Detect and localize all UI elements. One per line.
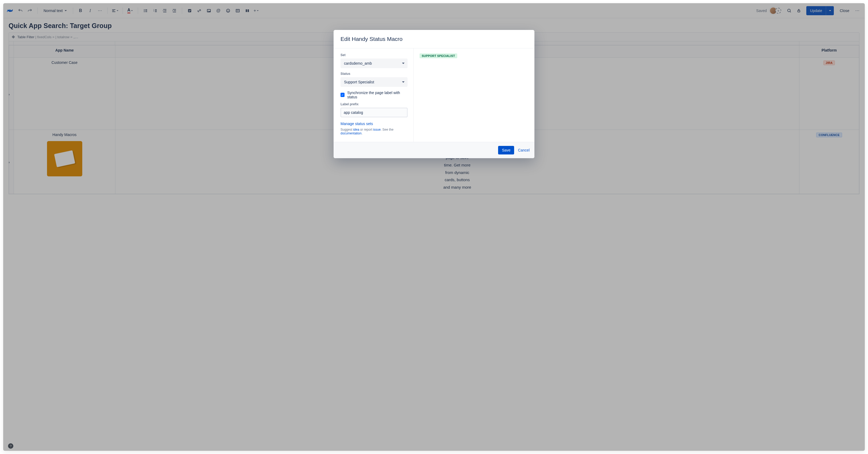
status-select[interactable]: Support Specialist bbox=[341, 77, 408, 87]
suggest-line: Suggest idea or report issue. See the do… bbox=[341, 128, 408, 135]
modal-preview-panel: SUPPORT SPECIALIST bbox=[414, 49, 534, 142]
modal-footer: Save Cancel bbox=[334, 142, 534, 158]
cancel-button[interactable]: Cancel bbox=[518, 148, 530, 152]
prefix-input[interactable] bbox=[341, 108, 408, 117]
manage-status-sets-link[interactable]: Manage status sets bbox=[341, 122, 373, 126]
sync-checkbox[interactable]: ✓ bbox=[341, 93, 344, 97]
modal-form-panel: Set cardsdemo_amb Status Support Special… bbox=[334, 49, 414, 142]
set-label: Set bbox=[341, 53, 408, 57]
set-select[interactable]: cardsdemo_amb bbox=[341, 59, 408, 68]
modal-title: Edit Handy Status Macro bbox=[341, 36, 527, 42]
preview-status-badge: SUPPORT SPECIALIST bbox=[420, 54, 457, 58]
issue-link[interactable]: issue bbox=[373, 128, 380, 131]
status-label: Status bbox=[341, 72, 408, 75]
sync-label: Synchronize the page label with status bbox=[347, 91, 408, 99]
documentation-link[interactable]: documentation bbox=[341, 131, 362, 135]
modal-backdrop[interactable]: Edit Handy Status Macro Set cardsdemo_am… bbox=[3, 3, 865, 451]
save-button[interactable]: Save bbox=[498, 146, 514, 154]
idea-link[interactable]: idea bbox=[353, 128, 359, 131]
modal-header: Edit Handy Status Macro bbox=[334, 30, 534, 49]
prefix-label: Label prefix bbox=[341, 102, 408, 106]
edit-macro-modal: Edit Handy Status Macro Set cardsdemo_am… bbox=[334, 30, 534, 158]
